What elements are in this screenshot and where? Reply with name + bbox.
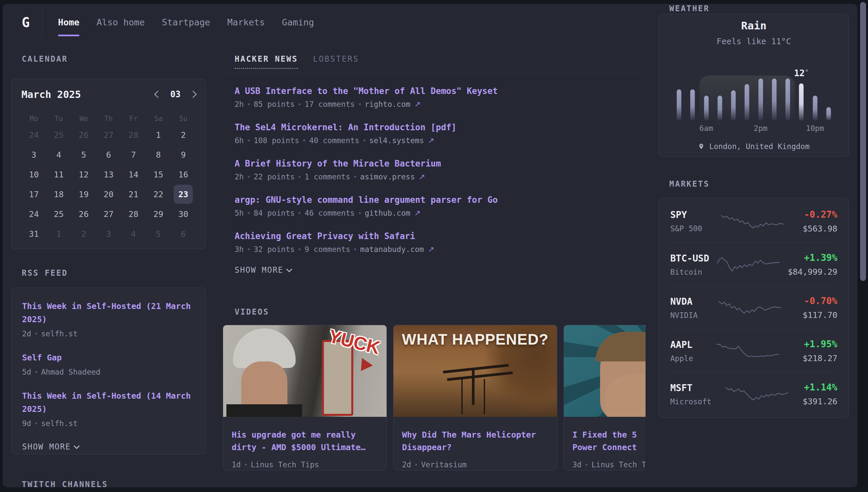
weather-location[interactable]: London, United Kingdom bbox=[659, 142, 848, 151]
calendar-day-cell[interactable]: 17 bbox=[24, 184, 44, 204]
calendar-day-cell[interactable]: 4 bbox=[49, 145, 68, 164]
rss-item: This Week in Self-Hosted (14 March 2025)… bbox=[22, 390, 195, 428]
rss-item-link[interactable]: This Week in Self-Hosted (21 March 2025) bbox=[22, 300, 195, 326]
rss-item-source: selfh.st bbox=[41, 419, 78, 428]
scrollbar-thumb[interactable] bbox=[860, 2, 866, 281]
calendar-day-cell[interactable]: 12 bbox=[74, 165, 93, 184]
calendar-day-cell[interactable]: 18 bbox=[49, 184, 68, 204]
calendar-day-cell[interactable]: 5 bbox=[74, 145, 93, 164]
rss-item-link[interactable]: Self Gap bbox=[22, 351, 195, 364]
calendar-day-cell[interactable]: 22 bbox=[149, 184, 168, 204]
calendar-day-cell[interactable]: 4 bbox=[124, 224, 143, 243]
calendar-day-cell[interactable]: 6 bbox=[99, 145, 118, 164]
calendar-day-cell[interactable]: 25 bbox=[49, 204, 68, 224]
thumbnail-shape bbox=[602, 371, 646, 417]
dot-separator-icon bbox=[248, 140, 250, 142]
news-item-domain[interactable]: github.com bbox=[365, 209, 410, 217]
dot-separator-icon bbox=[35, 371, 37, 373]
video-thumbnail[interactable]: DO TH T bbox=[564, 325, 646, 417]
news-item-link[interactable]: argp: GNU-style command line argument pa… bbox=[235, 194, 646, 205]
calendar-day-cell[interactable]: 21 bbox=[124, 184, 143, 204]
calendar-day-cell[interactable]: 11 bbox=[49, 165, 68, 184]
news-item-comments[interactable]: 9 comments bbox=[305, 245, 350, 253]
tabs-divider bbox=[223, 73, 646, 74]
calendar-day-cell[interactable]: 29 bbox=[149, 204, 168, 224]
calendar-day-cell[interactable]: 20 bbox=[99, 184, 118, 204]
calendar-day-cell[interactable]: 8 bbox=[149, 145, 168, 164]
chevron-down-icon bbox=[286, 266, 292, 272]
market-row[interactable]: BTC-USD Bitcoin +1.39% $84,999.29 bbox=[670, 243, 837, 286]
tab-hacker-news[interactable]: HACKER NEWS bbox=[235, 54, 298, 69]
rss-show-more-button[interactable]: SHOW MORE bbox=[22, 442, 80, 451]
calendar-day-cell[interactable]: 14 bbox=[124, 165, 143, 184]
calendar-day-cell[interactable]: 7 bbox=[124, 145, 143, 164]
calendar-day-cell[interactable]: 2 bbox=[74, 224, 93, 243]
calendar-day-cell[interactable]: 26 bbox=[74, 125, 93, 144]
news-item-link[interactable]: A USB Interface to the "Mother of All De… bbox=[235, 85, 646, 97]
video-channel[interactable]: Veritasium bbox=[421, 460, 467, 469]
calendar-day-cell[interactable]: 19 bbox=[74, 184, 93, 204]
calendar-day-cell[interactable]: 31 bbox=[24, 224, 44, 243]
calendar-day-cell[interactable]: 13 bbox=[99, 165, 118, 184]
calendar-day-cell[interactable]: 30 bbox=[174, 204, 193, 224]
news-item-comments[interactable]: 46 comments bbox=[305, 209, 354, 217]
market-row[interactable]: SPY S&P 500 -0.27% $563.98 bbox=[670, 199, 837, 243]
weather-time-axis: 6am2pm10pm bbox=[672, 124, 835, 134]
news-show-more-button[interactable]: SHOW MORE bbox=[235, 266, 292, 275]
market-row[interactable]: MSFT Microsoft +1.14% $391.26 bbox=[670, 372, 837, 416]
calendar-day-cell[interactable]: 27 bbox=[99, 125, 118, 144]
calendar-day-cell[interactable]: 27 bbox=[99, 204, 118, 224]
video-thumbnail[interactable]: YUCK bbox=[223, 325, 387, 417]
calendar-day-cell[interactable]: 5 bbox=[149, 224, 168, 243]
calendar-next-icon[interactable] bbox=[189, 91, 197, 98]
calendar-day-cell[interactable]: 23 bbox=[174, 184, 193, 204]
tab-lobsters[interactable]: LOBSTERS bbox=[313, 54, 359, 69]
calendar-day-cell[interactable]: 1 bbox=[149, 125, 168, 144]
news-item-comments[interactable]: 17 comments bbox=[305, 100, 354, 108]
calendar-day-cell[interactable]: 9 bbox=[174, 145, 193, 164]
dot-separator-icon bbox=[248, 212, 250, 214]
video-channel[interactable]: Linus Tech Tips bbox=[251, 460, 319, 469]
calendar-day-cell[interactable]: 2 bbox=[174, 125, 193, 144]
calendar-day-cell[interactable]: 1 bbox=[49, 224, 68, 243]
market-row[interactable]: AAPL Apple +1.95% $218.27 bbox=[670, 329, 837, 372]
calendar-day-cell[interactable]: 3 bbox=[99, 224, 118, 243]
video-title-link[interactable]: His upgrade got me really dirty - AMD $5… bbox=[232, 429, 378, 454]
calendar-day-cell[interactable]: 10 bbox=[24, 165, 44, 184]
calendar-day-cell[interactable]: 3 bbox=[24, 145, 44, 164]
news-item-domain[interactable]: righto.com bbox=[365, 100, 410, 108]
news-item-link[interactable]: A Brief History of the Miracle Bacterium bbox=[235, 158, 646, 169]
market-name: Bitcoin bbox=[670, 268, 709, 276]
market-row[interactable]: NVDA NVIDIA -0.70% $117.70 bbox=[670, 286, 837, 329]
news-item-link[interactable]: The SeL4 Microkernel: An Introduction [p… bbox=[235, 122, 646, 133]
calendar-day-cell[interactable]: 15 bbox=[149, 165, 168, 184]
video-channel[interactable]: Linus Tech Tips bbox=[591, 460, 646, 469]
calendar-prev-icon[interactable] bbox=[154, 91, 161, 98]
calendar-day-cell[interactable]: 16 bbox=[174, 165, 193, 184]
calendar-day-cell[interactable]: 28 bbox=[124, 125, 143, 144]
news-item-domain[interactable]: asimov.press bbox=[360, 172, 415, 181]
news-item-comments[interactable]: 1 comments bbox=[305, 172, 350, 181]
news-item-comments[interactable]: 40 comments bbox=[309, 136, 359, 145]
calendar-day-cell[interactable]: 24 bbox=[24, 125, 44, 144]
video-title-link[interactable]: Why Did The Mars Helicopter Disappear? bbox=[402, 429, 548, 454]
news-item-points: 32 points bbox=[254, 245, 295, 253]
market-price: $218.27 bbox=[803, 353, 837, 363]
news-item-link[interactable]: Achieving Great Privacy with Safari bbox=[235, 230, 646, 242]
news-item-meta: 6h 108 points 40 comments sel4.systems ↗ bbox=[235, 136, 646, 145]
calendar-day-cell[interactable]: 6 bbox=[174, 224, 193, 243]
rss-item-link[interactable]: This Week in Self-Hosted (14 March 2025) bbox=[22, 390, 195, 416]
news-item-domain[interactable]: matanabudy.com bbox=[360, 245, 424, 253]
news-item-domain[interactable]: sel4.systems bbox=[369, 136, 424, 145]
calendar-day-cell[interactable]: 24 bbox=[24, 204, 44, 224]
video-thumbnail[interactable]: WHAT HAPPENED? bbox=[393, 325, 557, 417]
weather-widget: Rain Feels like 11°C bbox=[659, 14, 849, 157]
calendar-day-cell[interactable]: 25 bbox=[49, 125, 68, 144]
video-age: 2d bbox=[402, 460, 411, 469]
video-title-link[interactable]: I Fixed the 5 Power Connect bbox=[572, 429, 646, 454]
calendar-day-cell[interactable]: 26 bbox=[74, 204, 93, 224]
video-age: 3d bbox=[572, 460, 582, 469]
calendar-weekday-label: Th bbox=[104, 115, 113, 123]
calendar-day-cell[interactable]: 28 bbox=[124, 204, 143, 224]
news-item-age: 2h bbox=[235, 100, 244, 108]
